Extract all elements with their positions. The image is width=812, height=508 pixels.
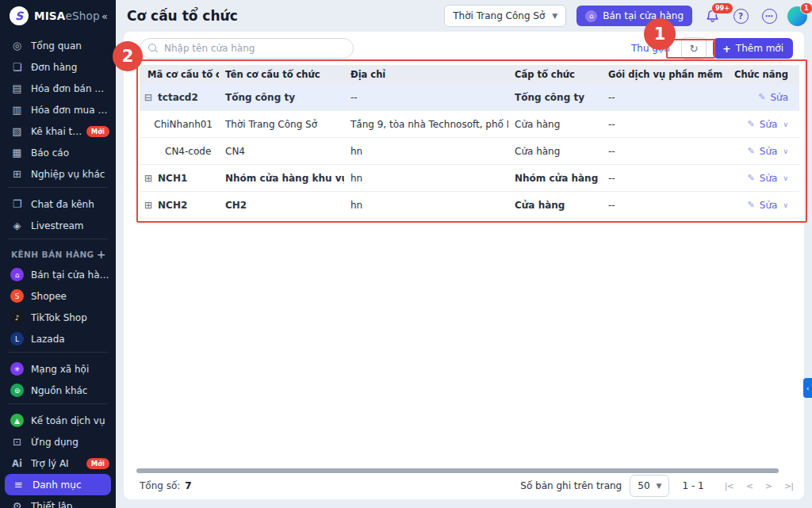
sidebar-group: KÊNH BÁN HÀNG+⌂Bán tại cửa hàngSShopee♪T… <box>0 242 116 349</box>
add-new-button[interactable]: + Thêm mới <box>713 38 793 59</box>
store-icon: ⌂ <box>585 10 597 22</box>
next-page-icon[interactable]: > <box>765 481 772 491</box>
store-selector[interactable]: Thời Trang Công Sở ▼ <box>444 5 566 27</box>
more-button[interactable]: ⋯ <box>760 7 778 25</box>
sidebar-group: ❐Chat đa kênh◈Livestream <box>0 190 116 236</box>
annotation-box-table <box>136 59 807 223</box>
misa-logo-icon: S <box>10 6 29 25</box>
chevron-left-icon: ‹ <box>806 384 810 392</box>
table-footer: Tổng số: 7 Số bản ghi trên trang 50 ▼ 1 … <box>140 475 793 497</box>
chevron-down-icon: ▼ <box>657 482 662 490</box>
sidebar-item-label: Bán tại cửa hàng <box>31 269 109 281</box>
sidebar-item-tiktok[interactable]: ♪TikTok Shop <box>0 307 116 328</box>
avatar-badge: 1 <box>800 2 812 14</box>
last-page-icon[interactable]: >| <box>784 481 793 491</box>
pos-sale-button[interactable]: ⌂ Bán tại cửa hàng <box>576 6 692 26</box>
apps-icon: ⊡ <box>10 436 24 448</box>
sidebar-group: ▲Kế toán dịch vụ⊡Ứng dụngAiTrợ lý AIMới≡… <box>0 407 116 508</box>
sidebar-item-label: Kê khai thuế <box>31 126 86 137</box>
sidebar-section-label: KÊNH BÁN HÀNG+ <box>0 245 116 264</box>
sidebar-collapse-icon[interactable]: « <box>102 10 108 22</box>
avatar[interactable]: 1 <box>787 6 807 26</box>
search-icon <box>148 44 156 52</box>
livestream-icon: ◈ <box>10 220 24 231</box>
sidebar-item-report[interactable]: ▦Báo cáo <box>0 142 116 163</box>
annotation-step-1: 1 <box>644 18 676 50</box>
sidebar-item-store-channel[interactable]: ⌂Bán tại cửa hàng <box>0 264 116 285</box>
sidebar-item-settings[interactable]: ⚙Thiết lập <box>0 495 116 508</box>
sidebar-item-orders[interactable]: ❏Đơn hàng <box>0 56 116 78</box>
prev-page-icon[interactable]: < <box>746 481 753 491</box>
panel-toggle-button[interactable]: ‹ <box>803 378 812 398</box>
accounting-icon: ▲ <box>10 414 24 427</box>
sidebar-divider <box>8 403 108 404</box>
first-page-icon[interactable]: |< <box>725 481 733 491</box>
sidebar-item-label: Livestream <box>31 220 84 231</box>
sidebar-item-other-source[interactable]: ⊚Nguồn khác <box>0 380 116 401</box>
annotation-step-2: 2 <box>113 41 143 71</box>
sidebar-item-purchase-invoice[interactable]: ▥Hóa đơn mua hàng <box>0 99 116 120</box>
help-button[interactable]: ? <box>732 7 749 25</box>
shopee-icon: S <box>10 289 24 303</box>
report-icon: ▦ <box>10 147 24 159</box>
sidebar-divider <box>8 239 108 239</box>
add-channel-button[interactable]: + <box>97 248 106 261</box>
sidebar-item-social[interactable]: ✳Mạng xã hội <box>0 358 116 380</box>
other-ops-icon: ⊞ <box>10 168 24 180</box>
sidebar-item-livestream[interactable]: ◈Livestream <box>0 215 116 236</box>
sidebar-group: ◎Tổng quan❏Đơn hàng▤Hóa đơn bán hàng▥Hóa… <box>0 32 116 185</box>
notifications-button[interactable]: 99+ <box>703 7 721 25</box>
sidebar-item-other-ops[interactable]: ⊞Nghiệp vụ khác <box>0 163 116 185</box>
sidebar-item-label: Hóa đơn bán hàng <box>31 83 109 94</box>
page-title: Cơ cấu tổ chức <box>127 8 238 24</box>
sidebar-item-chat[interactable]: ❐Chat đa kênh <box>0 193 116 215</box>
sidebar-item-label: Chat đa kênh <box>31 199 94 210</box>
sidebar-item-sales-invoice[interactable]: ▤Hóa đơn bán hàng <box>0 78 116 99</box>
sidebar-item-label: TikTok Shop <box>31 312 87 323</box>
per-page-label: Số bản ghi trên trang <box>520 480 622 491</box>
plus-icon: + <box>722 43 731 55</box>
lazada-icon: L <box>10 332 24 346</box>
ellipsis-icon: ⋯ <box>762 9 777 24</box>
other-source-icon: ⊚ <box>10 384 24 397</box>
sidebar-item-tax[interactable]: ▧Kê khai thuếMới <box>0 120 116 142</box>
sidebar-item-label: Danh mục <box>33 479 82 491</box>
sidebar-item-label: Nghiệp vụ khác <box>31 169 105 180</box>
sidebar-item-label: Shopee <box>31 291 67 302</box>
dashboard-icon: ◎ <box>10 40 24 52</box>
sidebar-item-label: Tổng quan <box>31 40 82 52</box>
total-label: Tổng số: <box>140 480 180 491</box>
sidebar-divider <box>8 187 108 188</box>
pager-buttons: |< < > >| <box>712 481 793 491</box>
store-channel-icon: ⌂ <box>10 268 24 281</box>
ai-icon: Ai <box>10 458 24 469</box>
sidebar-item-label: Nguồn khác <box>31 385 87 396</box>
sidebar-item-shopee[interactable]: SShopee <box>0 285 116 307</box>
logo-row: S MISAeShop « <box>0 0 116 32</box>
sidebar-item-catalog[interactable]: ≡Danh mục <box>5 474 111 495</box>
tax-icon: ▧ <box>10 125 24 137</box>
sales-invoice-icon: ▤ <box>10 82 24 94</box>
pagination: Số bản ghi trên trang 50 ▼ 1 - 1 |< < > … <box>520 475 793 497</box>
sidebar-item-lazada[interactable]: LLazada <box>0 328 116 349</box>
sidebar-item-accounting[interactable]: ▲Kế toán dịch vụ <box>0 410 116 431</box>
sidebar: S MISAeShop « ◎Tổng quan❏Đơn hàng▤Hóa đơ… <box>0 0 116 508</box>
sidebar-item-label: Đơn hàng <box>31 62 77 73</box>
per-page-select[interactable]: 50 ▼ <box>630 475 669 497</box>
tiktok-icon: ♪ <box>10 311 24 324</box>
search-input[interactable] <box>140 38 354 59</box>
orders-icon: ❏ <box>10 61 24 73</box>
sidebar-item-ai[interactable]: AiTrợ lý AIMới <box>0 453 116 474</box>
sidebar-groups: ◎Tổng quan❏Đơn hàng▤Hóa đơn bán hàng▥Hóa… <box>0 32 116 508</box>
sidebar-item-apps[interactable]: ⊡Ứng dụng <box>0 431 116 453</box>
purchase-invoice-icon: ▥ <box>10 104 24 116</box>
sidebar-item-label: Thiết lập <box>31 501 72 508</box>
horizontal-scrollbar[interactable] <box>136 468 779 473</box>
chevron-down-icon: ▼ <box>552 12 557 20</box>
topbar: Cơ cấu tổ chức Thời Trang Công Sở ▼ ⌂ Bá… <box>116 0 812 32</box>
new-badge: Mới <box>86 126 109 137</box>
sidebar-item-dashboard[interactable]: ◎Tổng quan <box>0 35 116 56</box>
sidebar-item-label: Trợ lý AI <box>31 458 69 469</box>
question-icon: ? <box>733 9 749 24</box>
new-badge: Mới <box>86 458 109 469</box>
